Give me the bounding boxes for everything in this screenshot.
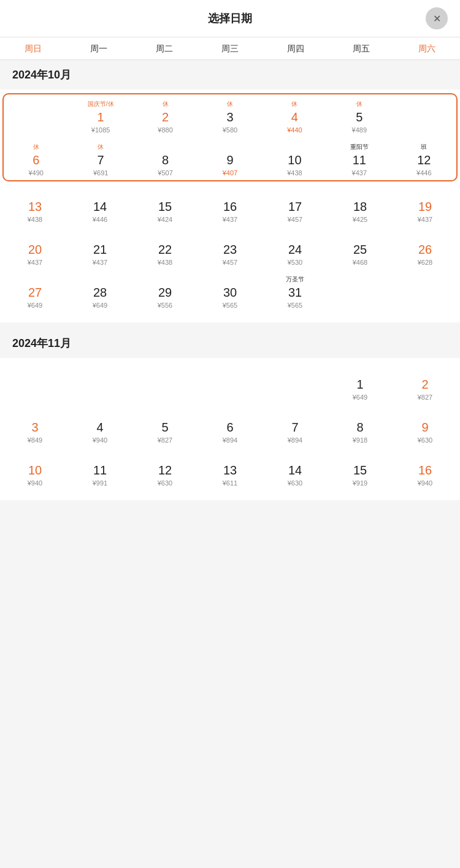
day-number-2: 2 <box>162 110 169 124</box>
close-button[interactable]: ✕ <box>426 7 448 29</box>
nov-empty-5 <box>263 362 328 405</box>
nov-day-number-8: 8 <box>356 420 363 435</box>
weekday-tue: 周二 <box>131 44 197 55</box>
nov-day-cell-6[interactable]: 6 ¥894 <box>197 405 263 447</box>
nov-day-cell-4[interactable]: 4 ¥940 <box>67 405 132 447</box>
day-cell-5[interactable]: 休 5 ¥489 <box>327 94 391 137</box>
november-header: 2024年11月 <box>0 329 460 358</box>
day-cell-18[interactable]: 18 ¥425 <box>328 184 393 227</box>
day-price-9: ¥407 <box>223 169 237 177</box>
day-cell-6[interactable]: 休 6 ¥490 <box>4 137 68 180</box>
nov-day-cell-3[interactable]: 3 ¥849 <box>2 405 67 447</box>
nov-empty-4 <box>197 362 263 405</box>
day-price-18: ¥425 <box>353 216 367 223</box>
day-cell-2[interactable]: 休 2 ¥880 <box>133 94 197 137</box>
nov-day-cell-10[interactable]: 10 ¥940 <box>2 447 67 490</box>
day-number-18: 18 <box>353 199 367 214</box>
day-number-23: 23 <box>223 242 237 257</box>
day-number-21: 21 <box>93 242 107 257</box>
day-price-30: ¥565 <box>223 302 237 309</box>
day-price-28: ¥649 <box>93 302 107 309</box>
day-price-14: ¥446 <box>93 216 107 223</box>
day-cell-25[interactable]: 25 ¥468 <box>328 227 393 270</box>
day-cell-4[interactable]: 休 4 ¥440 <box>263 94 327 137</box>
day-cell-28[interactable]: 28 ¥649 <box>67 270 132 313</box>
day-cell-24[interactable]: 24 ¥530 <box>263 227 328 270</box>
day-price-31: ¥565 <box>288 302 302 309</box>
day-cell-19[interactable]: 19 ¥437 <box>393 184 458 227</box>
day-price-7: ¥691 <box>93 169 108 177</box>
day-number-16: 16 <box>223 199 237 214</box>
day-cell-3[interactable]: 休 3 ¥580 <box>197 94 262 137</box>
nov-day-cell-11[interactable]: 11 ¥991 <box>67 447 132 490</box>
day-number-3: 3 <box>226 110 233 124</box>
nov-day-cell-2[interactable]: 2 ¥827 <box>393 362 458 405</box>
nov-day-price-2: ¥827 <box>418 394 432 401</box>
day-price-27: ¥649 <box>28 302 42 309</box>
day-cell-29[interactable]: 29 ¥556 <box>132 270 197 313</box>
day-number-6: 6 <box>33 153 39 167</box>
day-cell-12[interactable]: 班 12 ¥446 <box>392 137 456 180</box>
weekday-wed: 周三 <box>197 44 263 55</box>
day-cell-13[interactable]: 13 ¥438 <box>2 184 67 227</box>
page-title: 选择日期 <box>208 11 252 26</box>
nov-day-number-10: 10 <box>28 463 42 478</box>
nov-day-cell-14[interactable]: 14 ¥630 <box>263 447 328 490</box>
nov-day-cell-16[interactable]: 16 ¥940 <box>393 447 458 490</box>
day-number-24: 24 <box>288 242 302 257</box>
day-cell-14[interactable]: 14 ¥446 <box>67 184 132 227</box>
day-cell-8[interactable]: 8 ¥507 <box>133 137 197 180</box>
nov-day-cell-13[interactable]: 13 ¥611 <box>197 447 263 490</box>
weekday-sun: 周日 <box>0 44 66 55</box>
day-number-30: 30 <box>223 285 237 300</box>
day-cell-15[interactable]: 15 ¥424 <box>132 184 197 227</box>
nov-day-cell-8[interactable]: 8 ¥918 <box>328 405 393 447</box>
day-price-22: ¥438 <box>158 259 172 266</box>
weekday-thu: 周四 <box>263 44 329 55</box>
nov-day-cell-12[interactable]: 12 ¥630 <box>132 447 197 490</box>
day-cell-22[interactable]: 22 ¥438 <box>132 227 197 270</box>
nov-day-cell-9[interactable]: 9 ¥630 <box>393 405 458 447</box>
day-price-16: ¥437 <box>223 216 237 223</box>
nov-day-cell-1[interactable]: 1 ¥649 <box>328 362 393 405</box>
day-cell-26[interactable]: 26 ¥628 <box>393 227 458 270</box>
day-cell-9[interactable]: 9 ¥407 <box>197 137 262 180</box>
day-label-6: 休 <box>33 142 39 152</box>
day-cell-31[interactable]: 万圣节 31 ¥565 <box>263 270 328 313</box>
day-cell-20[interactable]: 20 ¥437 <box>2 227 67 270</box>
day-number-9: 9 <box>226 153 233 167</box>
day-label-11: 重阳节 <box>350 142 369 152</box>
weekday-sat: 周六 <box>394 44 460 55</box>
day-cell-11[interactable]: 重阳节 11 ¥437 <box>327 137 391 180</box>
nov-day-number-12: 12 <box>158 463 172 478</box>
day-number-20: 20 <box>28 242 42 257</box>
day-cell-27[interactable]: 27 ¥649 <box>2 270 67 313</box>
day-price-21: ¥437 <box>93 259 107 266</box>
day-cell-10[interactable]: 10 ¥438 <box>263 137 327 180</box>
day-cell-17[interactable]: 17 ¥457 <box>263 184 328 227</box>
nov-day-cell-15[interactable]: 15 ¥919 <box>328 447 393 490</box>
day-label-5: 休 <box>356 99 362 109</box>
nov-day-price-14: ¥630 <box>288 479 302 487</box>
day-price-20: ¥437 <box>28 259 42 266</box>
nov-day-price-16: ¥940 <box>418 479 432 487</box>
nov-day-number-7: 7 <box>291 420 298 435</box>
day-cell-21[interactable]: 21 ¥437 <box>67 227 132 270</box>
nov-day-price-10: ¥940 <box>28 479 42 487</box>
day-number-10: 10 <box>288 153 301 167</box>
nov-day-number-11: 11 <box>93 463 107 478</box>
day-number-17: 17 <box>288 199 302 214</box>
nov-day-cell-7[interactable]: 7 ¥894 <box>263 405 328 447</box>
day-cell-7[interactable]: 休 7 ¥691 <box>68 137 132 180</box>
nov-day-price-11: ¥991 <box>93 479 107 487</box>
day-cell-23[interactable]: 23 ¥457 <box>197 227 263 270</box>
day-cell-1[interactable]: 国庆节/休 1 ¥1085 <box>68 94 132 137</box>
day-price-8: ¥507 <box>158 169 172 177</box>
nov-day-number-2: 2 <box>421 377 428 392</box>
day-label-31: 万圣节 <box>286 275 304 284</box>
day-cell-30[interactable]: 30 ¥565 <box>197 270 263 313</box>
day-number-31: 31 <box>288 285 302 300</box>
day-number-5: 5 <box>356 110 362 124</box>
nov-day-cell-5[interactable]: 5 ¥827 <box>132 405 197 447</box>
day-cell-16[interactable]: 16 ¥437 <box>197 184 263 227</box>
